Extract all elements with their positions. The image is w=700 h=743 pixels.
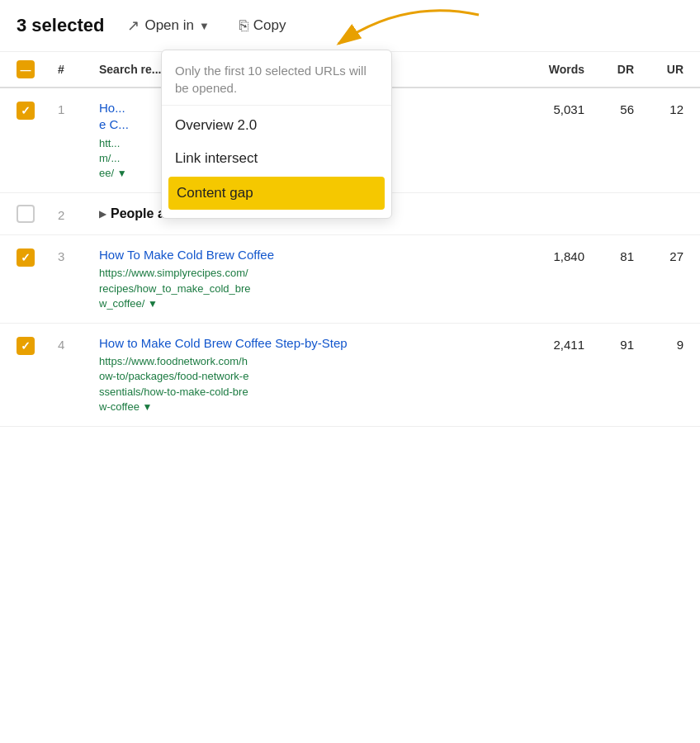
open-in-dropdown: Only the first 10 selected URLs will be … [161, 50, 392, 219]
copy-button[interactable]: ⎘ Copy [233, 14, 293, 38]
row1-checkbox[interactable] [17, 102, 35, 120]
copy-icon: ⎘ [239, 17, 248, 35]
row4-url[interactable]: https://www.foodnetwork.com/how-to/packa… [99, 354, 510, 414]
row1-num: 1 [58, 100, 99, 116]
paa-triangle-icon: ▶ [99, 209, 106, 220]
open-in-button[interactable]: ↗ Open in ▼ [121, 13, 215, 38]
selected-count: 3 selected [17, 15, 104, 36]
row4-ur: 9 [634, 335, 683, 352]
open-in-icon: ↗ [127, 17, 140, 35]
row3-ur: 27 [634, 247, 683, 263]
row3-dr: 81 [584, 247, 634, 263]
chevron-down-icon: ▼ [199, 20, 210, 32]
row3-url-dropdown[interactable]: ▼ [148, 298, 158, 310]
row1-words: 5,031 [510, 100, 584, 116]
toolbar: 3 selected ↗ Open in ▼ ⎘ Copy Only the f… [0, 0, 700, 52]
row3-checkbox[interactable] [17, 248, 35, 267]
row4-dr: 91 [584, 335, 634, 352]
row1-url-dropdown[interactable]: ▼ [117, 168, 127, 179]
table-row: 4 How to Make Cold Brew Coffee Step-by-S… [0, 324, 700, 427]
row4-checkbox[interactable] [17, 337, 35, 355]
row3-num: 3 [58, 247, 99, 263]
copy-label: Copy [253, 17, 286, 34]
select-all-checkbox[interactable] [17, 60, 35, 78]
col-header-words: Words [510, 63, 584, 76]
row3-content: How To Make Cold Brew Coffee https://www… [99, 247, 510, 311]
dropdown-item-overview[interactable]: Overview 2.0 [162, 109, 391, 142]
row2-num: 2 [58, 206, 99, 222]
row4-words: 2,411 [510, 335, 584, 352]
row4-title[interactable]: How to Make Cold Brew Coffee Step-by-Ste… [99, 335, 510, 352]
row4-url-dropdown[interactable]: ▼ [143, 401, 153, 413]
dropdown-item-link-intersect[interactable]: Link intersect [162, 142, 391, 175]
col-header-dr: DR [584, 63, 634, 76]
row3-words: 1,840 [510, 247, 584, 263]
open-in-label: Open in [144, 17, 194, 34]
dropdown-item-content-gap[interactable]: Content gap [168, 177, 385, 210]
row1-ur: 12 [634, 100, 683, 116]
col-header-num: # [58, 63, 99, 76]
row4-num: 4 [58, 335, 99, 352]
table-row: 3 How To Make Cold Brew Coffee https://w… [0, 235, 700, 324]
col-header-ur: UR [634, 63, 683, 76]
row2-checkbox[interactable] [17, 205, 35, 223]
row3-title[interactable]: How To Make Cold Brew Coffee [99, 247, 510, 263]
row4-content: How to Make Cold Brew Coffee Step-by-Ste… [99, 335, 510, 414]
dropdown-note: Only the first 10 selected URLs will be … [162, 50, 391, 106]
row1-dr: 56 [584, 100, 634, 116]
row3-url[interactable]: https://www.simplyrecipes.com/recipes/ho… [99, 266, 510, 311]
